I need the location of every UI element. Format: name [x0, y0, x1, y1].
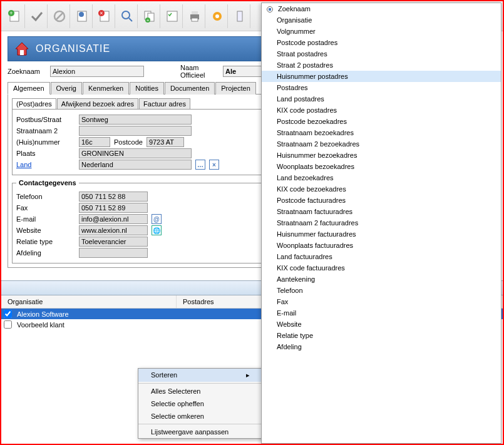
- row-org: Alexion Software: [17, 310, 69, 318]
- col-organisatie[interactable]: Organisatie: [1, 295, 177, 308]
- fax-input[interactable]: [79, 203, 148, 213]
- sort-option[interactable]: Land bezoekadres: [262, 172, 501, 183]
- menu-alles-selecteren[interactable]: Alles Selecteren: [138, 385, 262, 397]
- menu-lijstweergave[interactable]: Lijstweergave aanpassen: [138, 426, 262, 438]
- website-input[interactable]: [79, 225, 148, 235]
- subtab-factuur[interactable]: Factuur adres: [139, 98, 190, 109]
- svg-text:+: +: [9, 10, 13, 16]
- sort-option[interactable]: Woonplaats factuuradres: [262, 240, 501, 251]
- sort-option[interactable]: Straatnaam bezoekadres: [262, 127, 501, 138]
- sort-option[interactable]: Straatnaam 2 bezoekadres: [262, 138, 501, 150]
- new-button[interactable]: +: [4, 4, 25, 28]
- relatie-input[interactable]: [79, 237, 148, 247]
- gear-icon: [210, 9, 225, 24]
- sort-option[interactable]: Website: [262, 319, 501, 330]
- gear-button[interactable]: [207, 4, 228, 28]
- tab-overig[interactable]: Overig: [51, 82, 82, 95]
- tab-notities[interactable]: Notities: [130, 82, 164, 95]
- sort-option-label: Woonplaats bezoekadres: [277, 163, 354, 170]
- sort-option[interactable]: Volgnummer: [262, 26, 501, 37]
- sort-option[interactable]: Afdeling: [262, 341, 501, 352]
- sort-option[interactable]: KIX code factuuradres: [262, 262, 501, 274]
- straat2-input[interactable]: [79, 126, 192, 136]
- postbus-input[interactable]: [79, 115, 192, 125]
- sort-option[interactable]: Land factuuradres: [262, 251, 501, 262]
- menu-selectie-omkeren[interactable]: Selectie omkeren: [138, 410, 262, 422]
- sort-option[interactable]: Postcode postadres: [262, 37, 501, 48]
- sort-option[interactable]: Postcode bezoekadres: [262, 116, 501, 127]
- cancel-button[interactable]: [49, 4, 70, 28]
- sort-option[interactable]: Telefoon: [262, 285, 501, 296]
- settings-doc-button[interactable]: [71, 4, 93, 28]
- sort-option[interactable]: Zoeknaam: [262, 3, 501, 14]
- web-link-icon[interactable]: 🌐: [152, 225, 162, 235]
- sort-option[interactable]: Postadres: [262, 82, 501, 93]
- sort-option-label: Postcode factuuradres: [277, 197, 346, 204]
- sort-option[interactable]: KIX code postadres: [262, 105, 501, 116]
- sort-option[interactable]: Huisnummer bezoekadres: [262, 150, 501, 161]
- sort-option[interactable]: Huisnummer postadres: [262, 71, 501, 82]
- extra-button[interactable]: [229, 4, 250, 28]
- subtab-bezoek[interactable]: Afwijkend bezoek adres: [57, 98, 138, 109]
- sort-option[interactable]: Fax: [262, 296, 501, 307]
- row-checkbox[interactable]: [4, 320, 12, 329]
- row-checkbox[interactable]: [4, 310, 12, 318]
- huisnr-input[interactable]: [79, 137, 110, 147]
- plaats-label: Plaats: [16, 150, 79, 157]
- copy-button[interactable]: +: [139, 4, 160, 28]
- land-label[interactable]: Land: [16, 161, 79, 168]
- sort-option[interactable]: Land postadres: [262, 93, 501, 105]
- page-title: ORGANISATIE: [36, 43, 110, 54]
- zoeknaam-input[interactable]: [50, 66, 144, 77]
- tab-projecten[interactable]: Projecten: [215, 82, 255, 95]
- sort-option-label: Straatnaam bezoekadres: [277, 129, 354, 136]
- menu-selectie-opheffen[interactable]: Selectie opheffen: [138, 397, 262, 410]
- sort-option[interactable]: KIX code bezoekadres: [262, 183, 501, 195]
- confirm-button[interactable]: [26, 4, 48, 28]
- forbidden-icon: [52, 9, 67, 24]
- sort-submenu: ZoeknaamOrganisatieVolgnummerPostcode po…: [261, 3, 501, 444]
- sort-option-label: E-mail: [277, 309, 296, 317]
- sort-option[interactable]: Postcode factuuradres: [262, 195, 501, 206]
- email-input[interactable]: [79, 214, 148, 224]
- telefoon-input[interactable]: [79, 192, 148, 202]
- sort-option[interactable]: Huisnummer factuuradres: [262, 228, 501, 240]
- sort-option-label: Website: [277, 320, 302, 328]
- sort-option-label: Volgnummer: [277, 28, 316, 35]
- sort-option[interactable]: Aantekening: [262, 274, 501, 285]
- postcode-input[interactable]: [147, 137, 184, 147]
- search-icon: [120, 9, 135, 24]
- svg-point-10: [122, 11, 130, 19]
- search-button[interactable]: [116, 4, 138, 28]
- new-icon: +: [7, 9, 22, 24]
- sort-option[interactable]: Straatnaam 2 factuuradres: [262, 217, 501, 228]
- sort-option-label: Land bezoekadres: [277, 174, 334, 182]
- sort-option[interactable]: E-mail: [262, 307, 501, 319]
- sort-option[interactable]: Woonplaats bezoekadres: [262, 161, 501, 172]
- sort-option[interactable]: Straat 2 postadres: [262, 59, 501, 71]
- print-button[interactable]: [184, 4, 205, 28]
- tab-kenmerken[interactable]: Kenmerken: [83, 82, 129, 95]
- email-link-icon[interactable]: @: [152, 214, 162, 224]
- sort-option[interactable]: Straatnaam factuuradres: [262, 206, 501, 217]
- house-icon: [14, 41, 29, 56]
- tab-algemeen[interactable]: Algemeen: [8, 82, 50, 95]
- sort-option[interactable]: Relatie type: [262, 330, 501, 341]
- checklist-button[interactable]: [162, 4, 183, 28]
- land-clear-button[interactable]: ×: [209, 160, 219, 170]
- menu-sorteren[interactable]: Sorteren▸: [138, 369, 262, 382]
- land-input[interactable]: [79, 160, 192, 170]
- extra-icon: [232, 9, 247, 24]
- afdeling-input[interactable]: [79, 248, 148, 258]
- sort-option-label: Fax: [277, 298, 288, 305]
- subtab-postadres[interactable]: (Post)adres: [12, 98, 56, 109]
- delete-button[interactable]: ×: [94, 4, 115, 28]
- sort-option[interactable]: Organisatie: [262, 14, 501, 26]
- tab-documenten[interactable]: Documenten: [165, 82, 215, 95]
- printer-icon: [187, 9, 202, 24]
- contact-legend: Contactgegevens: [16, 179, 79, 187]
- plaats-input[interactable]: [79, 148, 192, 158]
- sort-option-label: Straat postadres: [277, 50, 327, 58]
- land-browse-button[interactable]: …: [195, 160, 205, 170]
- sort-option[interactable]: Straat postadres: [262, 48, 501, 59]
